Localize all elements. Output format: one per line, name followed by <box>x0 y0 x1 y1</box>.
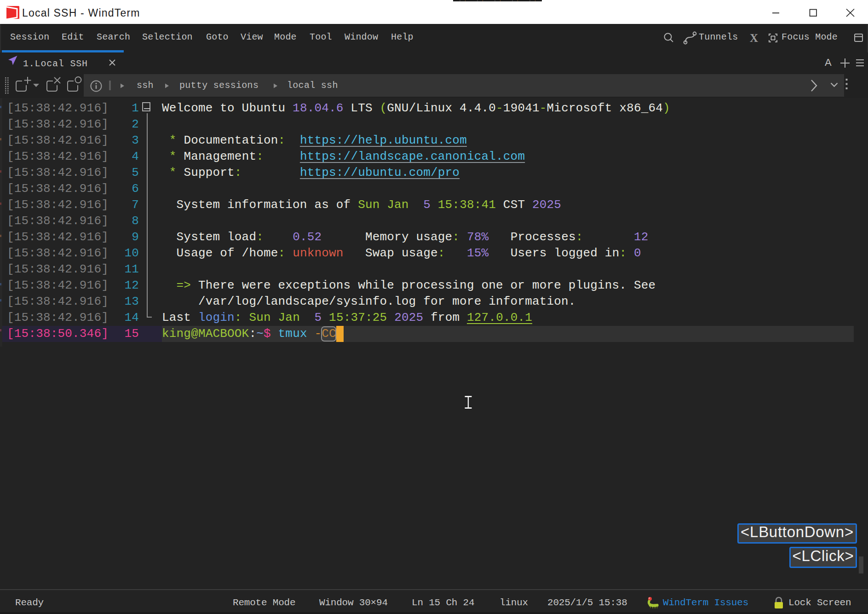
svg-text:X: X <box>750 32 758 44</box>
